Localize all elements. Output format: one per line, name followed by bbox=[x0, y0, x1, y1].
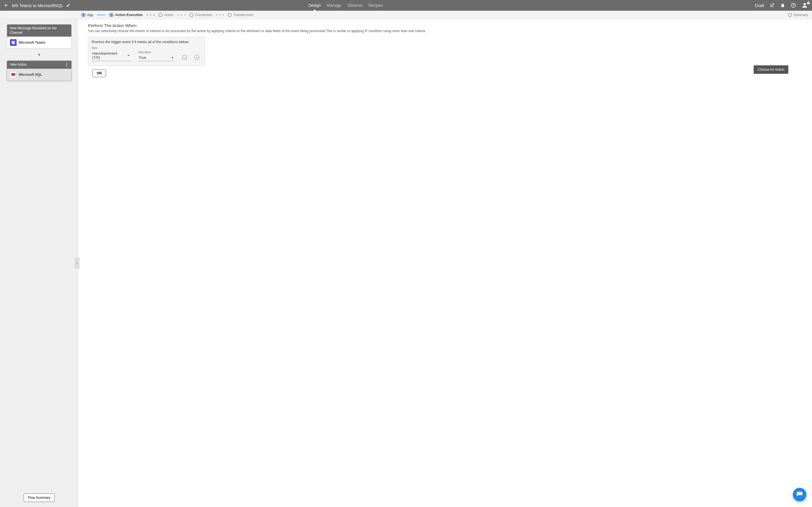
flow-arrow-icon bbox=[7, 52, 71, 57]
item-field-group: Item HasAttachment (T/F) bbox=[92, 46, 131, 61]
teams-icon bbox=[10, 39, 17, 46]
step-separator bbox=[177, 14, 186, 15]
open-external-icon[interactable] bbox=[769, 3, 775, 8]
remove-condition-icon[interactable]: − bbox=[182, 55, 187, 60]
step-summary[interactable]: Summary bbox=[788, 13, 808, 17]
topbar-tabs: Design Manage Observe Recipes bbox=[308, 0, 383, 11]
status-label: Draft bbox=[755, 3, 764, 8]
collapse-sidebar-handle[interactable] bbox=[74, 258, 80, 269]
action-body: Microsoft SQL bbox=[7, 69, 71, 80]
item-select[interactable]: HasAttachment (T/F) bbox=[92, 50, 131, 61]
condition-block: Process the trigger event if it meets al… bbox=[88, 37, 205, 66]
chat-bubble-icon[interactable] bbox=[793, 488, 806, 501]
condition-caption: Process the trigger event if it meets al… bbox=[92, 40, 199, 44]
avatar[interactable] bbox=[801, 2, 808, 9]
step-label: App bbox=[87, 13, 93, 17]
topbar-left: MS Teams to MicrosoftSQL bbox=[4, 3, 70, 8]
item-label: Item bbox=[92, 46, 131, 50]
radio-icon bbox=[190, 13, 193, 17]
step-label: Connection bbox=[195, 13, 212, 17]
operation-field-group: Operation True bbox=[138, 50, 175, 61]
step-app[interactable]: App bbox=[82, 13, 93, 17]
step-action[interactable]: Action bbox=[158, 13, 173, 17]
bell-icon[interactable] bbox=[780, 3, 785, 8]
radio-icon bbox=[82, 13, 86, 17]
radio-icon bbox=[788, 13, 792, 17]
radio-icon bbox=[158, 13, 162, 17]
sidebar: New Message Received on the Channel Micr… bbox=[0, 19, 79, 507]
section-description: You can selectively choose the events of… bbox=[88, 29, 812, 33]
trigger-card[interactable]: New Message Received on the Channel Micr… bbox=[7, 24, 71, 49]
step-label: Action Execution bbox=[115, 13, 143, 17]
step-separator bbox=[147, 14, 154, 15]
more-vert-icon[interactable] bbox=[64, 63, 68, 66]
action-card[interactable]: New Action Microsoft SQL bbox=[7, 61, 71, 81]
step-separator bbox=[216, 14, 224, 15]
action-app-label: Microsoft SQL bbox=[19, 73, 42, 76]
or-button[interactable]: OR bbox=[93, 69, 106, 77]
condition-row: Item HasAttachment (T/F) Operation True … bbox=[92, 46, 199, 61]
main: New Message Received on the Channel Micr… bbox=[0, 19, 812, 507]
topbar: MS Teams to MicrosoftSQL Design Manage O… bbox=[0, 0, 812, 11]
action-title: New Action bbox=[10, 62, 27, 67]
sql-icon bbox=[10, 71, 17, 78]
topbar-right: Draft bbox=[755, 2, 808, 9]
radio-icon bbox=[228, 13, 232, 17]
trigger-header: New Message Received on the Channel bbox=[7, 24, 71, 37]
back-arrow-icon[interactable] bbox=[4, 3, 9, 8]
operation-label: Operation bbox=[138, 50, 175, 54]
operation-select[interactable]: True bbox=[138, 54, 175, 61]
trigger-title: New Message Received on the Channel bbox=[10, 26, 68, 35]
action-header: New Action bbox=[7, 61, 71, 69]
step-separator bbox=[97, 15, 105, 15]
step-bar: App Action Execution Action Connection T… bbox=[0, 11, 812, 19]
step-action-execution[interactable]: Action Execution bbox=[109, 13, 143, 17]
choose-action-button[interactable]: Choose An Action bbox=[754, 65, 788, 74]
flow-title: MS Teams to MicrosoftSQL bbox=[12, 3, 63, 8]
help-icon[interactable] bbox=[791, 3, 796, 8]
step-transformers[interactable]: Transformers bbox=[228, 13, 253, 17]
trigger-app-label: Microsoft Teams bbox=[19, 41, 45, 45]
warning-badge-icon bbox=[806, 1, 810, 4]
tab-manage[interactable]: Manage bbox=[327, 0, 342, 11]
section-title: Perform The Action When: bbox=[88, 23, 812, 28]
radio-icon bbox=[109, 13, 113, 17]
step-label: Summary bbox=[794, 13, 808, 17]
content: Perform The Action When: You can selecti… bbox=[79, 19, 812, 507]
step-label: Action bbox=[164, 13, 173, 17]
edit-pencil-icon[interactable] bbox=[66, 3, 70, 8]
flow-summary-button[interactable]: Flow Summary bbox=[24, 494, 55, 502]
tab-recipes[interactable]: Recipes bbox=[368, 0, 383, 11]
trigger-body: Microsoft Teams bbox=[7, 37, 71, 48]
tab-design[interactable]: Design bbox=[308, 0, 321, 11]
step-label: Transformers bbox=[234, 13, 253, 17]
add-condition-icon[interactable]: + bbox=[194, 55, 199, 60]
step-connection[interactable]: Connection bbox=[190, 13, 212, 17]
tab-observe[interactable]: Observe bbox=[347, 0, 362, 11]
